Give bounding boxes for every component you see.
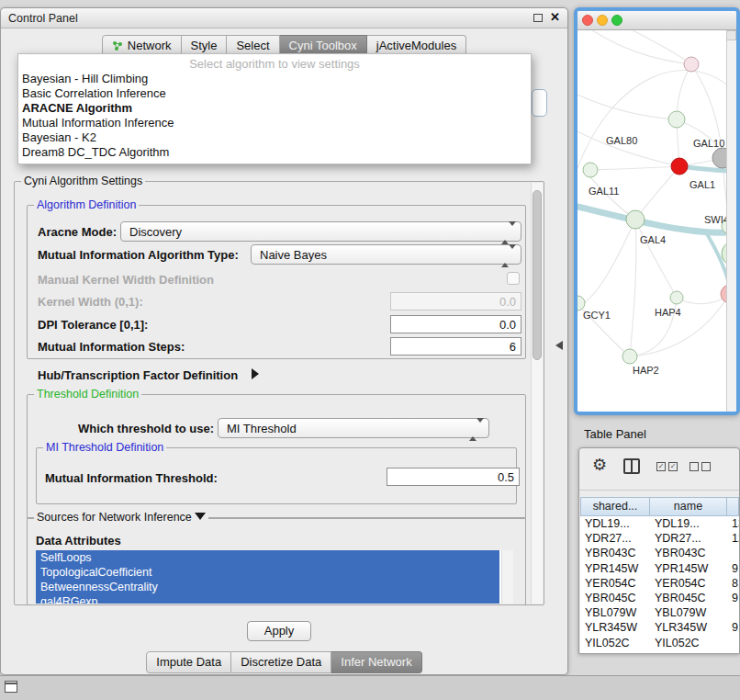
network-node	[622, 349, 637, 364]
panel-dock-icon[interactable]	[5, 681, 17, 693]
aracne-mode-label: Aracne Mode:	[38, 225, 117, 239]
columns-icon[interactable]	[623, 458, 640, 474]
hidden-control-sliver	[532, 89, 547, 117]
kernel-width-label: Kernel Width (0,1):	[38, 295, 143, 309]
table-row[interactable]: YDL19...YDL19...13	[580, 516, 739, 531]
cyni-settings-title: Cyni Algorithm Settings	[21, 175, 145, 187]
float-icon[interactable]	[533, 14, 543, 22]
tab-label: Cyni Toolbox	[289, 39, 357, 52]
control-panel-window: Control Panel ✕ Network Style Select Cyn…	[0, 7, 568, 675]
algorithm-option[interactable]: Mutual Information Inference	[18, 116, 531, 130]
node-label: GAL80	[606, 135, 637, 146]
network-scroll-button[interactable]	[726, 30, 736, 40]
network-node	[626, 210, 645, 229]
gear-icon[interactable]: ⚙	[592, 457, 607, 473]
attribute-list-scrollbar[interactable]	[501, 550, 513, 604]
dpi-tolerance-field[interactable]: 0.0	[390, 315, 521, 333]
network-node	[577, 296, 585, 310]
table-row[interactable]: YBR045CYBR045C9.	[580, 591, 739, 605]
show-columns-icon[interactable]: ✓✓	[656, 462, 678, 471]
node-label: HAP4	[655, 307, 681, 318]
manual-kernel-label: Manual Kernel Width Definition	[38, 273, 214, 287]
algorithm-option[interactable]: Bayesian - K2	[18, 130, 531, 145]
mi-threshold-label: Mutual Information Threshold:	[45, 471, 218, 485]
network-node	[670, 291, 683, 304]
algorithm-option[interactable]: Dream8 DC_TDC Algorithm	[18, 145, 531, 160]
combo-arrows-icon	[501, 249, 516, 263]
aracne-mode-combo[interactable]: Discovery	[120, 221, 521, 242]
combo-arrows-icon	[469, 423, 484, 436]
data-attributes-label: Data Attributes	[36, 534, 121, 548]
attribute-item-selected[interactable]: TopologicalCoefficient	[36, 565, 499, 580]
dropdown-prompt: Select algorithm to view settings	[18, 56, 531, 72]
table-row[interactable]: YDR27...YDR27...12	[580, 531, 739, 546]
table-panel-window: ⚙ ✓✓ shared... name YDL19...YDL19...13 Y…	[578, 447, 740, 654]
table-header-row: shared... name	[580, 497, 739, 516]
aracne-mode-value: Discovery	[129, 225, 182, 239]
node-label: GAL4	[640, 234, 666, 245]
scrollbar-thumb[interactable]	[533, 190, 542, 360]
apply-button[interactable]: Apply	[247, 621, 311, 641]
tab-discretize-data[interactable]: Discretize Data	[231, 651, 331, 673]
manual-kernel-checkbox[interactable]	[507, 272, 520, 285]
close-icon[interactable]: ✕	[550, 12, 560, 23]
algorithm-option[interactable]: Basic Correlation Inference	[18, 86, 531, 101]
mi-steps-field[interactable]: 6	[390, 337, 521, 356]
table-row[interactable]: YPR145WYPR145W9.	[580, 561, 739, 576]
splitter-collapse-icon[interactable]	[555, 341, 563, 350]
close-traffic-icon[interactable]	[582, 15, 593, 26]
tab-label: Impute Data	[156, 655, 221, 669]
table-toolbar: ⚙ ✓✓	[579, 448, 739, 491]
sources-title: Sources for Network Inference	[34, 511, 208, 524]
which-threshold-label: Which threshold to use:	[78, 422, 214, 435]
table-row[interactable]: YBR043CYBR043C	[580, 546, 739, 560]
tab-impute-data[interactable]: Impute Data	[146, 651, 231, 673]
algorithm-option-selected[interactable]: ARACNE Algorithm	[18, 101, 531, 116]
hide-columns-icon[interactable]	[690, 462, 711, 471]
hub-section-label: Hub/Transcription Factor Definition	[38, 368, 238, 382]
disclosure-down-icon[interactable]	[195, 513, 206, 520]
column-header-name[interactable]: name	[650, 497, 727, 516]
network-canvas[interactable]: GAL80 GAL10 GAL11 GAL1 GAL4 SWI4 GCY1 HA…	[577, 30, 730, 412]
tab-label: Infer Network	[341, 655, 411, 669]
minimize-traffic-icon[interactable]	[597, 15, 608, 26]
network-node	[583, 163, 598, 177]
network-vertical-scrollbar[interactable]	[726, 30, 736, 412]
mi-threshold-field[interactable]: 0.5	[387, 468, 520, 486]
zoom-traffic-icon[interactable]	[611, 15, 622, 26]
table-row[interactable]: YER054CYER054C8.	[580, 576, 739, 591]
combo-arrows-icon	[501, 226, 516, 240]
attribute-item-selected[interactable]: BetweennessCentrality	[36, 580, 499, 594]
kernel-width-field[interactable]: 0.0	[390, 292, 521, 310]
disclosure-right-icon[interactable]	[252, 368, 259, 379]
network-tab-icon	[112, 40, 123, 51]
mi-type-combo[interactable]: Naive Bayes	[251, 244, 521, 265]
table-row[interactable]: YIL052CYIL052C	[580, 636, 739, 650]
control-panel-titlebar[interactable]: Control Panel ✕	[1, 8, 567, 28]
table-row[interactable]: YLR345WYLR345W9.	[580, 620, 739, 635]
tab-label: Style	[191, 39, 218, 52]
network-node-selected	[671, 158, 688, 175]
mi-steps-label: Mutual Information Steps:	[38, 340, 185, 354]
attribute-item-selected[interactable]: SelfLoops	[36, 550, 499, 565]
column-header-partial[interactable]	[727, 497, 739, 516]
which-threshold-combo[interactable]: MI Threshold	[218, 418, 489, 438]
attribute-list: SelfLoops TopologicalCoefficient Between…	[36, 550, 513, 604]
attribute-item-selected[interactable]: gal4RGexp	[36, 594, 499, 604]
node-table: shared... name YDL19...YDL19...13 YDR27.…	[580, 497, 739, 653]
settings-scrollbar[interactable]	[531, 183, 543, 604]
tab-label: jActiveModules	[376, 39, 456, 52]
network-node	[668, 111, 685, 128]
column-header-shared-name[interactable]: shared...	[580, 497, 650, 516]
tab-infer-network[interactable]: Infer Network	[331, 651, 421, 673]
node-label: HAP2	[633, 365, 659, 376]
network-window-titlebar[interactable]	[577, 11, 736, 30]
window-title: Control Panel	[8, 12, 78, 25]
algorithm-option[interactable]: Bayesian - Hill Climbing	[18, 72, 531, 86]
node-label: GAL10	[693, 138, 724, 149]
network-view-window: GAL80 GAL10 GAL11 GAL1 GAL4 SWI4 GCY1 HA…	[574, 7, 740, 415]
table-row[interactable]: YBL079WYBL079W	[580, 605, 739, 620]
node-label: GAL1	[690, 179, 715, 190]
bottom-tab-bar: Impute Data Discretize Data Infer Networ…	[1, 651, 567, 673]
algorithm-definition-title: Algorithm Definition	[34, 198, 139, 211]
